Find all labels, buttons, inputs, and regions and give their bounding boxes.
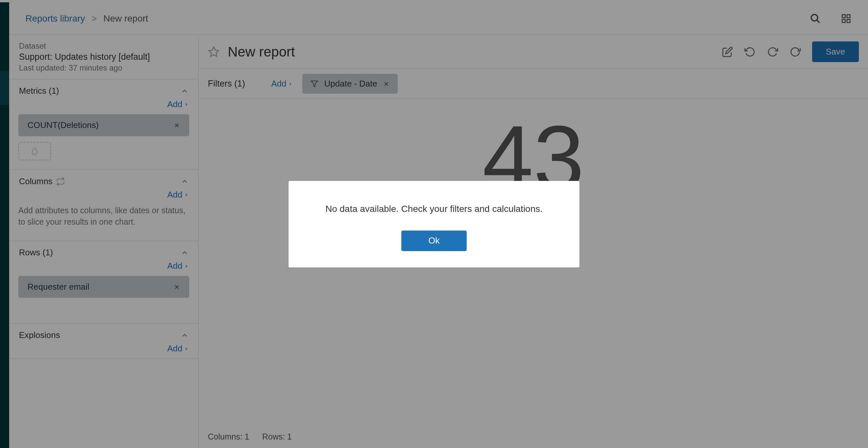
no-data-modal: No data available. Check your filters an…: [288, 181, 580, 268]
ok-button[interactable]: Ok: [401, 231, 467, 251]
modal-message: No data available. Check your filters an…: [305, 204, 563, 214]
modal-overlay: No data available. Check your filters an…: [0, 0, 868, 448]
